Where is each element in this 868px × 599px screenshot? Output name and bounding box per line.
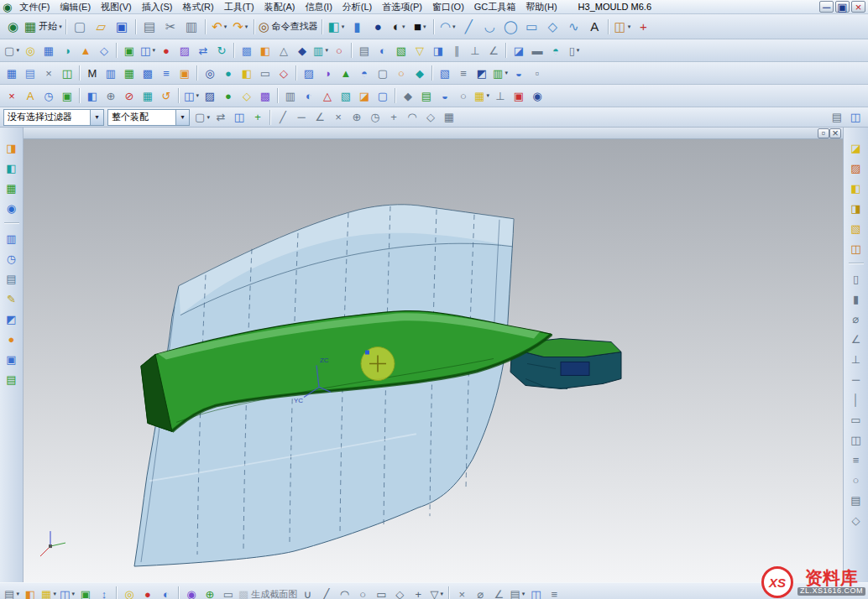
copy-icon[interactable]: ▥ (181, 17, 202, 37)
cut-icon[interactable]: ✂ (160, 17, 181, 37)
system-scene-icon[interactable]: ▤ (3, 371, 21, 388)
toolbar-icon[interactable]: ▨ (175, 42, 194, 59)
toolbar-icon[interactable]: ◒ (436, 87, 454, 104)
command-finder-button[interactable]: ◎命令查找器 (258, 17, 319, 37)
roles-icon[interactable]: ◨ (3, 139, 21, 156)
toolbar-icon[interactable]: ▧ (392, 42, 410, 59)
snap-existing-point-icon[interactable]: + (384, 109, 403, 126)
assembly-constraints-icon[interactable]: ▦ (3, 180, 21, 196)
measure-perpendicular-icon[interactable]: ⊥ (847, 351, 865, 367)
toolbar-icon[interactable]: ▢ (374, 65, 392, 81)
toolbar-icon[interactable]: ▦ (139, 87, 157, 104)
toolbar-icon[interactable]: ▩ (238, 42, 256, 59)
toolbar-icon[interactable]: ● (157, 42, 175, 59)
dropdown-caret-icon[interactable]: ▾ (16, 47, 19, 54)
undo-icon[interactable]: ↶▾ (209, 17, 230, 37)
panel-icon[interactable]: ≡ (847, 451, 865, 468)
nx-app-icon[interactable]: ◉ (3, 2, 12, 13)
snap-quadrant-icon[interactable]: ◷ (366, 109, 384, 126)
toolbar-icon[interactable]: ◎ (21, 42, 39, 59)
toolbar-icon[interactable]: ◉ (182, 586, 201, 599)
panel-icon[interactable]: ─ (847, 371, 865, 388)
menu-item-format[interactable]: 格式(R) (176, 1, 217, 13)
toolbar-icon[interactable]: ≡ (545, 586, 563, 599)
hd3d-tools-icon[interactable]: ◧ (3, 159, 21, 176)
shaded-display-icon[interactable]: ■▾ (410, 17, 431, 37)
toolbar-icon[interactable]: ◎ (120, 586, 139, 599)
toolbar-icon[interactable]: ◉ (528, 87, 546, 104)
dropdown-caret-icon[interactable]: ▾ (196, 92, 199, 99)
rect-tool-icon[interactable]: ▭ (372, 586, 390, 599)
circle-icon[interactable]: ◯ (500, 17, 521, 37)
toolbar-icon[interactable]: ▩ (139, 65, 157, 81)
dropdown-caret-icon[interactable]: ▾ (152, 47, 155, 54)
menu-item-view[interactable]: 视图(V) (95, 1, 136, 13)
toolbar-icon[interactable]: ⊕ (201, 586, 219, 599)
toolbar-icon[interactable]: ◧ (21, 586, 39, 599)
toolbar-icon[interactable]: ∠ (489, 586, 508, 599)
sketch-icon[interactable]: ◠▾ (437, 17, 458, 37)
toolbar-icon[interactable]: ▭ (256, 65, 275, 81)
toolbar-icon[interactable]: ⇄ (212, 109, 230, 126)
toolbar-icon[interactable]: ▲ (337, 65, 355, 81)
view-tool-icon[interactable]: ◫ (847, 240, 865, 257)
open-file-icon[interactable]: ▱ (91, 17, 112, 37)
menu-item-information[interactable]: 信息(I) (299, 1, 336, 13)
start-menu-button[interactable]: ▦开始▾ (24, 17, 63, 37)
toolbar-icon[interactable]: ▩ (256, 87, 275, 104)
toolbar-icon[interactable]: ▬ (528, 42, 546, 59)
panel-icon[interactable]: ○ (847, 471, 865, 488)
dropdown-caret-icon[interactable]: ▾ (59, 23, 62, 30)
measure-icon[interactable]: ▯ (847, 270, 865, 287)
toolbar-icon[interactable]: ◧ (83, 87, 102, 104)
toolbar-icon[interactable]: ∥ (447, 42, 466, 59)
view-tool-icon[interactable]: ▧ (847, 220, 865, 237)
toolbar-icon[interactable]: ● (139, 586, 157, 599)
assembly-navigator-icon[interactable]: ▥ (3, 230, 21, 247)
dropdown-caret-icon[interactable]: ▾ (423, 23, 426, 30)
point-tool-icon[interactable]: + (409, 586, 427, 599)
view-tool-icon[interactable]: ◨ (847, 200, 865, 216)
toolbar-icon[interactable]: ⊥ (466, 42, 484, 59)
dropdown-caret-icon[interactable]: ▾ (245, 23, 248, 30)
annotation-icon[interactable]: A (21, 87, 39, 104)
toolbar-icon[interactable]: ◇ (275, 65, 293, 81)
toolbar-icon[interactable]: ◧ (238, 65, 256, 81)
panel-icon[interactable]: ◇ (847, 512, 865, 529)
toolbar-icon[interactable]: ◆ (410, 65, 429, 81)
new-file-icon[interactable]: ▢ (70, 17, 91, 37)
select-filter-icon[interactable]: ▢▾ (3, 42, 21, 59)
toolbar-icon[interactable]: ▤ (21, 65, 39, 81)
panel-icon[interactable]: ▤ (847, 492, 865, 508)
measure-diameter-icon[interactable]: ⌀ (847, 310, 865, 327)
snap-point-on-surface-icon[interactable]: ◇ (421, 109, 440, 126)
menu-item-gc-toolbox[interactable]: GC工具箱 (468, 1, 520, 13)
snap-point-icon[interactable]: ▢▾ (193, 109, 212, 126)
minimize-button[interactable]: ─ (819, 1, 834, 13)
toolbar-icon[interactable]: ◧ (256, 42, 275, 59)
toolbar-icon[interactable]: ▥▾ (491, 65, 510, 81)
toolbar-icon[interactable]: ◫▾ (139, 42, 157, 59)
internet-explorer-icon[interactable]: ▣ (3, 351, 21, 367)
panel-icon[interactable]: ▭ (847, 411, 865, 428)
dropdown-caret-icon[interactable]: ▾ (486, 92, 489, 99)
toolbar-icon[interactable]: ◪ (510, 42, 528, 59)
toolbar-icon[interactable]: ◫ (526, 586, 545, 599)
chevron-down-icon[interactable]: ▾ (175, 110, 189, 125)
polygon-tool-icon[interactable]: ◇ (390, 586, 409, 599)
toolbar-icon[interactable]: ↺ (157, 87, 175, 104)
selection-scope-dropdown[interactable]: 整个装配 ▾ (107, 109, 190, 126)
toolbar-icon[interactable]: ▦▾ (39, 586, 58, 599)
toolbar-icon[interactable]: ▣ (76, 586, 95, 599)
selection-highlight-ball[interactable] (361, 347, 395, 381)
toolbar-icon[interactable]: ▧ (337, 87, 355, 104)
toolbar-icon[interactable]: ⌀ (471, 586, 489, 599)
toolbar-icon[interactable]: ◷ (39, 87, 58, 104)
menu-item-file[interactable]: 文件(F) (13, 1, 54, 13)
toolbar-icon[interactable]: ▦ (39, 42, 58, 59)
restore-button[interactable]: ▣ (835, 1, 850, 13)
toolbar-icon[interactable]: ◨ (429, 42, 447, 59)
toolbar-icon[interactable]: ▥ (281, 87, 300, 104)
toolbar-icon[interactable]: ○ (392, 65, 410, 81)
arc-tool-icon[interactable]: ◠ (335, 586, 353, 599)
